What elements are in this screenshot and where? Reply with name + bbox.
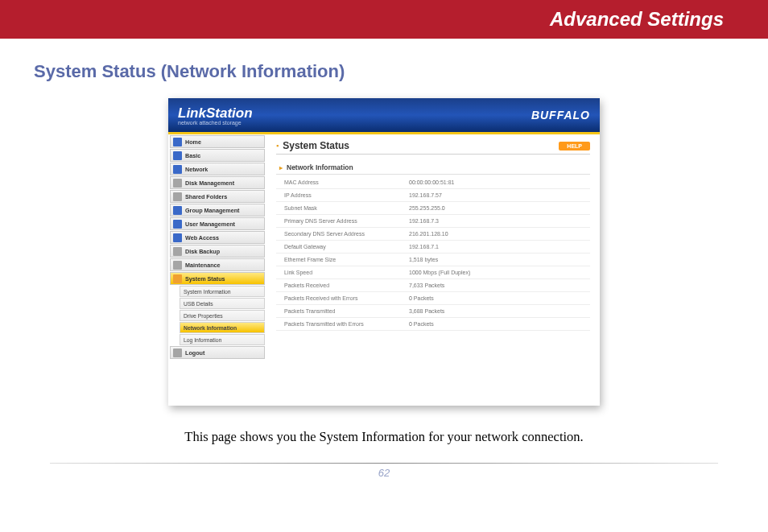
nav-icon <box>173 348 182 357</box>
nav-home[interactable]: Home <box>170 135 265 148</box>
row-label: Default Gateway <box>284 244 409 250</box>
banner-title: Advanced Settings <box>550 8 724 31</box>
brand-name: BUFFALO <box>531 109 590 122</box>
caption-text: This page shows you the System Informati… <box>0 418 768 463</box>
table-row: Link Speed1000 Mbps (Full Duplex) <box>276 266 590 279</box>
footer-rule <box>50 463 718 464</box>
row-label: Packets Received with Errors <box>284 295 409 301</box>
panel-title: Network Information <box>276 161 590 175</box>
table-row: Packets Received with Errors0 Packets <box>276 292 590 305</box>
nav-web-access[interactable]: Web Access <box>170 231 265 244</box>
nav-label: Shared Folders <box>185 193 227 200</box>
help-button[interactable]: HELP <box>559 142 590 151</box>
nav-label: Network Information <box>184 325 237 331</box>
sidebar: HomeBasicNetworkDisk ManagementShared Fo… <box>168 132 266 406</box>
info-table: MAC Address00:00:00:00:51:81IP Address19… <box>276 176 590 331</box>
nav-network[interactable]: Network <box>170 163 265 175</box>
nav-label: Group Management <box>185 207 240 214</box>
row-value: 0 Packets <box>409 321 590 327</box>
row-label: Ethernet Frame Size <box>284 257 409 262</box>
content-header: System Status HELP <box>276 140 590 155</box>
row-value: 192.168.7.1 <box>409 244 590 250</box>
row-value: 3,688 Packets <box>409 308 590 314</box>
table-row: MAC Address00:00:00:00:51:81 <box>276 176 590 189</box>
nav-label: Basic <box>185 152 200 159</box>
nav-icon <box>173 233 182 242</box>
nav-label: User Management <box>185 221 235 228</box>
nav-label: Network <box>185 166 208 173</box>
page-number: 62 <box>0 467 768 479</box>
row-value: 192.168.7.3 <box>409 218 590 224</box>
nav-label: Disk Backup <box>185 248 220 255</box>
table-row: IP Address192.168.7.57 <box>276 189 590 202</box>
nav-icon <box>173 165 182 174</box>
row-value: 00:00:00:00:51:81 <box>409 179 590 185</box>
row-label: Secondary DNS Server Address <box>284 231 409 237</box>
table-row: Packets Received7,633 Packets <box>276 279 590 292</box>
table-row: Secondary DNS Server Address216.201.128.… <box>276 228 590 241</box>
section-title: System Status (Network Information) <box>0 39 768 94</box>
row-value: 192.168.7.57 <box>409 192 590 198</box>
row-label: Primary DNS Server Address <box>284 218 409 224</box>
row-label: Packets Received <box>284 282 409 288</box>
nav-icon <box>173 192 182 201</box>
row-label: Subnet Mask <box>284 205 409 211</box>
logo-sub: network attached storage <box>178 120 253 126</box>
row-value: 255.255.255.0 <box>409 205 590 211</box>
nav-disk-backup[interactable]: Disk Backup <box>170 245 265 258</box>
nav-icon <box>173 220 182 229</box>
content-area: System Status HELP Network Information M… <box>266 132 600 406</box>
row-value: 0 Packets <box>409 295 590 301</box>
nav-label: Maintenance <box>185 262 221 269</box>
app-header: LinkStation network attached storage BUF… <box>168 98 600 132</box>
table-row: Packets Transmitted with Errors0 Packets <box>276 318 590 331</box>
header-banner: Advanced Settings <box>0 0 768 39</box>
subnav-system-information[interactable]: System Information <box>180 286 265 297</box>
row-label: IP Address <box>284 192 409 198</box>
nav-label: System Information <box>184 289 231 295</box>
row-value: 1,518 bytes <box>409 257 590 262</box>
nav-label: Web Access <box>185 234 219 241</box>
nav-icon <box>173 274 182 283</box>
logo-main: LinkStation <box>178 105 253 121</box>
nav-icon <box>173 179 182 188</box>
nav-group-management[interactable]: Group Management <box>170 204 265 217</box>
nav-label: Disk Management <box>185 179 234 187</box>
nav-label: Logout <box>185 349 204 357</box>
row-value: 216.201.128.10 <box>409 231 590 237</box>
nav-disk-management[interactable]: Disk Management <box>170 176 265 189</box>
nav-icon <box>173 138 182 146</box>
nav-system-status[interactable]: System Status <box>170 272 265 285</box>
row-value: 7,633 Packets <box>409 282 590 288</box>
nav-maintenance[interactable]: Maintenance <box>170 258 265 271</box>
table-row: Primary DNS Server Address192.168.7.3 <box>276 215 590 228</box>
row-label: Packets Transmitted <box>284 308 409 314</box>
row-label: Link Speed <box>284 270 409 275</box>
app-body: HomeBasicNetworkDisk ManagementShared Fo… <box>168 132 600 406</box>
nav-user-management[interactable]: User Management <box>170 217 265 230</box>
app-screenshot: LinkStation network attached storage BUF… <box>168 98 600 406</box>
row-label: Packets Transmitted with Errors <box>284 321 409 327</box>
nav-logout[interactable]: Logout <box>170 346 265 359</box>
nav-icon <box>173 206 182 215</box>
nav-label: Drive Properties <box>184 313 223 319</box>
nav-icon <box>173 261 182 270</box>
nav-icon <box>173 151 182 160</box>
nav-icon <box>173 247 182 256</box>
subnav-network-information[interactable]: Network Information <box>180 322 265 333</box>
nav-label: Log Information <box>184 337 221 343</box>
table-row: Default Gateway192.168.7.1 <box>276 241 590 254</box>
nav-label: USB Details <box>184 301 213 307</box>
nav-label: System Status <box>185 275 225 282</box>
subnav-drive-properties[interactable]: Drive Properties <box>180 310 265 321</box>
row-label: MAC Address <box>284 179 409 185</box>
app-logo: LinkStation network attached storage <box>178 105 253 126</box>
nav-basic[interactable]: Basic <box>170 149 265 162</box>
nav-shared-folders[interactable]: Shared Folders <box>170 190 265 203</box>
table-row: Subnet Mask255.255.255.0 <box>276 202 590 215</box>
table-row: Ethernet Frame Size1,518 bytes <box>276 254 590 266</box>
subnav-log-information[interactable]: Log Information <box>180 334 265 345</box>
nav-label: Home <box>185 138 201 146</box>
subnav-usb-details[interactable]: USB Details <box>180 298 265 309</box>
screenshot-container: LinkStation network attached storage BUF… <box>0 94 768 418</box>
